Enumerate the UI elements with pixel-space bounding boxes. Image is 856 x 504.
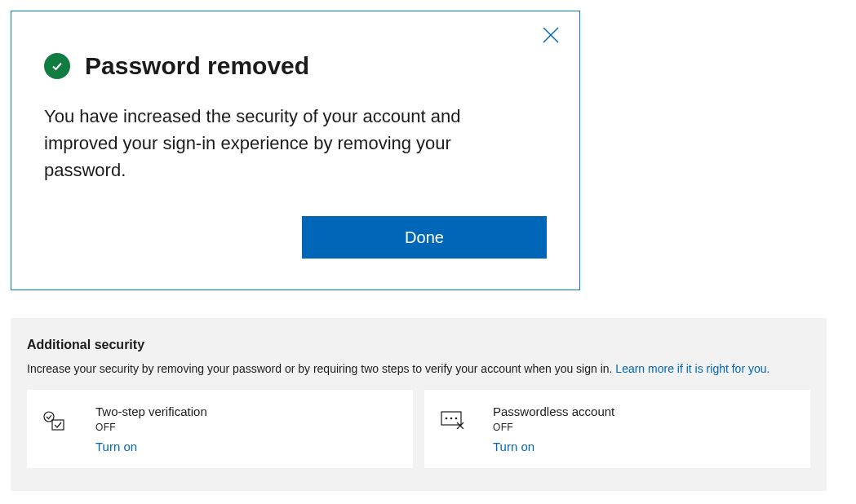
close-icon bbox=[542, 26, 560, 44]
turn-on-link[interactable]: Turn on bbox=[95, 440, 207, 453]
dialog-header: Password removed bbox=[44, 52, 547, 80]
password-removed-dialog: Password removed You have increased the … bbox=[11, 11, 580, 290]
passwordless-icon bbox=[441, 411, 463, 434]
card-title: Two-step verification bbox=[95, 405, 207, 418]
close-button[interactable] bbox=[537, 21, 565, 49]
card-title: Passwordless account bbox=[493, 405, 614, 418]
additional-security-panel: Additional security Increase your securi… bbox=[11, 318, 827, 491]
security-cards-row: Two-step verification OFF Turn on Passwo… bbox=[27, 390, 810, 468]
svg-rect-3 bbox=[52, 420, 64, 430]
svg-point-5 bbox=[446, 418, 448, 420]
card-body: Two-step verification OFF Turn on bbox=[95, 405, 207, 453]
learn-more-link[interactable]: Learn more if it is right for you. bbox=[615, 362, 770, 375]
panel-title: Additional security bbox=[27, 338, 810, 352]
card-status: OFF bbox=[493, 422, 614, 433]
card-body: Passwordless account OFF Turn on bbox=[493, 405, 614, 453]
panel-description-text: Increase your security by removing your … bbox=[27, 362, 615, 375]
passwordless-account-card: Passwordless account OFF Turn on bbox=[424, 390, 810, 468]
panel-description: Increase your security by removing your … bbox=[27, 362, 810, 375]
turn-on-link[interactable]: Turn on bbox=[493, 440, 614, 453]
two-step-verification-card: Two-step verification OFF Turn on bbox=[27, 390, 413, 468]
success-icon bbox=[44, 53, 70, 79]
svg-point-7 bbox=[455, 418, 458, 420]
svg-point-6 bbox=[450, 418, 453, 420]
done-button[interactable]: Done bbox=[302, 216, 547, 259]
dialog-message: You have increased the security of your … bbox=[44, 103, 517, 183]
two-step-icon bbox=[43, 411, 66, 434]
card-status: OFF bbox=[95, 422, 207, 433]
dialog-title: Password removed bbox=[85, 52, 309, 80]
